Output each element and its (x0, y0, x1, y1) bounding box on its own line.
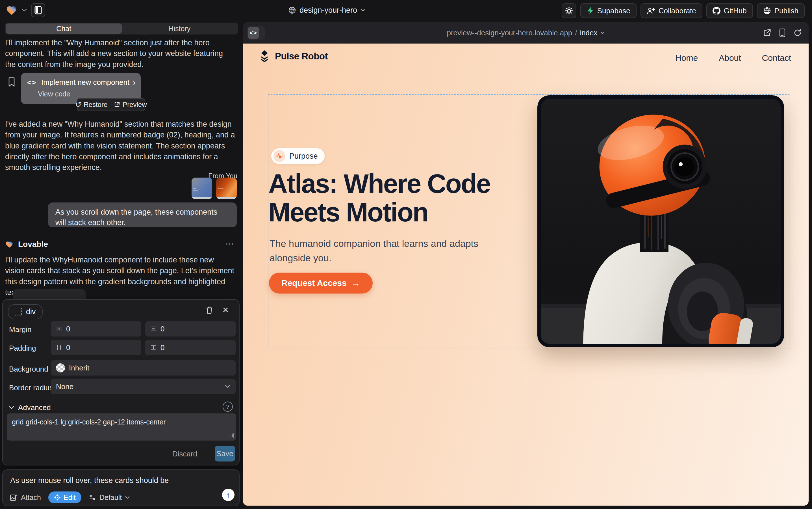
project-switcher[interactable]: design-your-hero (288, 0, 366, 20)
bookmark-icon[interactable] (7, 77, 16, 88)
open-in-new-tab-button[interactable] (763, 29, 771, 37)
hidden-component-card[interactable] (13, 289, 86, 300)
chat-input[interactable]: As user mouse roll over, these cards sho… (10, 476, 230, 485)
publish-globe-icon (763, 7, 771, 15)
margin-y-icon (150, 326, 156, 332)
padding-x-input[interactable]: 0 (51, 340, 141, 355)
attachment-thumbnail-orange[interactable]: explore (216, 178, 237, 199)
advanced-section-toggle[interactable]: Advanced (9, 403, 51, 412)
model-mode-select[interactable]: Default (89, 494, 130, 502)
user-message-bubble: As you scroll down the page, these compo… (48, 202, 237, 227)
nav-contact[interactable]: Contact (762, 53, 791, 63)
project-name: design-your-hero (299, 6, 357, 15)
attach-image-icon (10, 494, 17, 501)
margin-label: Margin (9, 325, 31, 334)
rendered-site: Pulse Robot Home About Contact Purpose A… (243, 43, 809, 506)
assistant-name: Lovable (18, 240, 48, 249)
assistant-message-2: I've added a new "Why Humanoid" section … (5, 119, 235, 173)
app-window: design-your-hero Supabase Collaborate (0, 0, 812, 509)
code-icon: <> (27, 79, 37, 87)
view-code-link[interactable]: View code (38, 90, 70, 98)
chevron-down-icon (600, 31, 605, 34)
component-card-title: Implement new component (41, 78, 130, 87)
discard-button[interactable]: Discard (172, 450, 197, 459)
hero-subheading: The humanoid companion that learns and a… (269, 236, 493, 265)
github-button[interactable]: GitHub (706, 3, 753, 18)
phone-icon (779, 28, 785, 37)
purpose-badge: Purpose (271, 148, 325, 164)
hero-heading: Atlas: Where Code Meets Motion (268, 170, 523, 227)
border-radius-select[interactable]: None (51, 379, 236, 394)
pulse-icon (273, 150, 285, 162)
publish-button[interactable]: Publish (757, 3, 805, 18)
restore-icon: ↺ (75, 100, 81, 109)
settings-button[interactable] (562, 3, 576, 18)
refresh-button[interactable] (793, 29, 802, 37)
chevron-down-icon (125, 496, 130, 499)
padding-x-icon (56, 344, 62, 351)
code-icon: <> (250, 30, 257, 36)
save-button[interactable]: Save (215, 446, 235, 462)
supabase-icon (587, 7, 594, 15)
chat-composer: As user mouse roll over, these cards sho… (2, 469, 239, 506)
chevron-down-icon (9, 406, 14, 409)
transparency-swatch-icon (56, 363, 65, 372)
external-link-icon (763, 29, 771, 37)
edit-mode-button[interactable]: Edit (48, 491, 81, 503)
margin-y-input[interactable]: 0 (145, 321, 236, 337)
border-radius-label: Border radius (9, 383, 53, 392)
preview-toolbar: preview--design-your-hero.lovable.app / … (243, 22, 809, 43)
preview-panel: preview--design-your-hero.lovable.app / … (243, 22, 809, 506)
tab-history[interactable]: History (122, 24, 237, 34)
project-chevron-down-icon (361, 8, 366, 12)
purpose-badge-label: Purpose (289, 152, 318, 161)
tab-chat[interactable]: Chat (6, 24, 122, 34)
attachment-thumbnail-blue[interactable]: thevision (191, 178, 212, 199)
project-globe-icon (288, 6, 296, 14)
workspace-chevron-down-icon[interactable] (22, 8, 27, 12)
help-icon[interactable]: ? (223, 402, 233, 412)
nav-about[interactable]: About (719, 53, 741, 63)
lovable-heart-icon (5, 240, 13, 248)
restore-button[interactable]: ↺ Restore (75, 100, 107, 109)
selected-element-pill[interactable]: div (8, 304, 43, 319)
attach-button[interactable]: Attach (10, 494, 41, 502)
robot-illustration (541, 99, 781, 344)
chat-history-tabs: Chat History (5, 23, 238, 34)
request-access-button[interactable]: Request Access → (269, 273, 373, 294)
code-view-toggle[interactable]: <> (247, 26, 265, 40)
hidden-bookmark-icon (5, 291, 10, 294)
delete-element-button[interactable] (206, 306, 213, 315)
nav-home[interactable]: Home (675, 53, 698, 63)
chevron-right-icon: › (133, 77, 136, 87)
site-brand-name: Pulse Robot (275, 51, 328, 62)
lovable-logo-icon[interactable] (6, 4, 17, 16)
site-logo[interactable]: Pulse Robot (259, 50, 328, 63)
background-input[interactable]: Inherit (51, 360, 236, 376)
margin-x-input[interactable]: 0 (51, 321, 141, 337)
padding-y-input[interactable]: 0 (145, 340, 236, 355)
assistant-message-1: I'll implement the "Why Humanoid" sectio… (5, 37, 235, 70)
send-button[interactable]: ↑ (222, 489, 234, 501)
site-nav: Home About Contact (675, 53, 791, 63)
preview-button[interactable]: Preview (114, 101, 147, 109)
preview-url[interactable]: preview--design-your-hero.lovable.app / … (243, 22, 809, 43)
margin-x-icon (56, 326, 62, 332)
send-arrow-icon: ↑ (227, 490, 230, 499)
external-link-icon (114, 101, 120, 108)
github-icon (712, 7, 721, 15)
trash-icon (206, 306, 213, 314)
close-inspector-button[interactable]: ✕ (222, 305, 229, 315)
element-inspector-panel: div ✕ Margin 0 0 Padding 0 0 (2, 299, 239, 466)
hero-robot-image (538, 95, 784, 347)
mobile-view-button[interactable] (779, 28, 785, 37)
message-menu-button[interactable]: ⋯ (225, 239, 234, 248)
sidebar-toggle-button[interactable] (31, 3, 45, 17)
advanced-classes-textarea[interactable]: grid grid-cols-1 lg:grid-cols-2 gap-12 i… (7, 413, 236, 441)
sliders-icon (89, 494, 96, 501)
supabase-button[interactable]: Supabase (580, 3, 636, 18)
card-hover-toolbar: ↺ Restore Preview (77, 98, 145, 111)
padding-y-icon (150, 344, 156, 351)
collaborate-button[interactable]: Collaborate (640, 3, 702, 18)
arrow-right-icon: → (351, 278, 360, 289)
